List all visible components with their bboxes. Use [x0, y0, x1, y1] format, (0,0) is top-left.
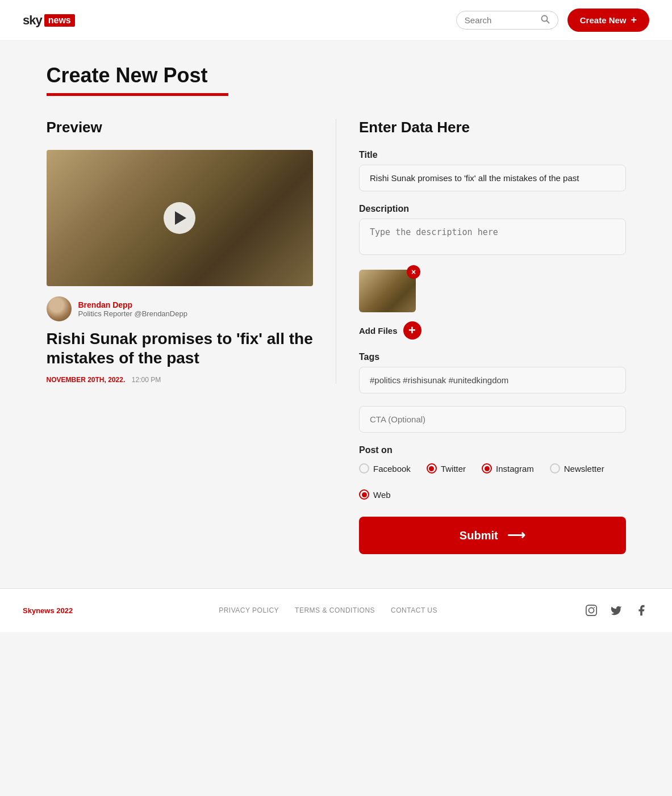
description-textarea[interactable]: [359, 219, 626, 255]
tags-input[interactable]: [359, 367, 626, 393]
cta-group: [359, 406, 626, 433]
radio-twitter[interactable]: Twitter: [427, 463, 466, 474]
post-on-label: Post on: [359, 445, 626, 455]
radio-label-facebook: Facebook: [373, 464, 411, 474]
svg-point-4: [594, 607, 595, 608]
svg-rect-2: [586, 605, 596, 615]
cta-input[interactable]: [359, 406, 626, 433]
tags-label: Tags: [359, 352, 626, 362]
tags-group: Tags: [359, 352, 626, 393]
play-icon: [175, 211, 186, 225]
footer-link-privacy[interactable]: PRIVACY POLICY: [219, 606, 279, 614]
preview-image: [47, 150, 314, 286]
title-underline: [47, 93, 228, 96]
title-input[interactable]: [359, 165, 626, 191]
preview-time-text: 12:00 PM: [132, 376, 161, 384]
preview-article-title: Rishi Sunak promises to 'fix' all the mi…: [47, 329, 314, 367]
radio-circle-twitter: [427, 463, 437, 474]
file-thumb-image: [359, 270, 416, 312]
file-thumb: ×: [359, 270, 416, 312]
columns: Preview Brendan Depp Politics Reporter @…: [47, 119, 626, 554]
author-handle: Politics Reporter @BrendanDepp: [78, 309, 187, 318]
radio-circle-instagram: [482, 463, 492, 474]
add-files-label: Add Files: [359, 326, 398, 336]
search-box[interactable]: [456, 11, 558, 30]
description-label: Description: [359, 204, 626, 214]
preview-column: Preview Brendan Depp Politics Reporter @…: [47, 119, 337, 384]
footer-links: PRIVACY POLICY TERMS & CONDITIONS CONTAC…: [219, 606, 437, 614]
create-new-plus-icon: +: [631, 14, 637, 26]
form-column: Enter Data Here Title Description × Ad: [336, 119, 626, 554]
description-group: Description: [359, 204, 626, 257]
play-button[interactable]: [164, 202, 195, 234]
svg-line-1: [546, 21, 549, 23]
submit-label: Submit: [460, 529, 498, 542]
create-new-label: Create New: [580, 15, 627, 25]
radio-label-newsletter: Newsletter: [564, 464, 604, 474]
main-content: Create New Post Preview Brendan Depp Pol…: [24, 41, 649, 588]
radio-instagram[interactable]: Instagram: [482, 463, 534, 474]
create-new-button[interactable]: Create New +: [567, 9, 649, 32]
remove-file-button[interactable]: ×: [407, 265, 420, 279]
avatar: [47, 296, 72, 321]
radio-circle-web: [359, 489, 369, 500]
svg-point-3: [588, 608, 594, 613]
preview-date: NOVEMBER 20TH, 2022. 12:00 PM: [47, 375, 314, 384]
preview-date-text: NOVEMBER 20TH, 2022.: [47, 376, 126, 384]
radio-label-web: Web: [373, 490, 391, 500]
footer-copyright: Skynews 2022: [23, 606, 73, 615]
submit-arrow-icon: ⟶: [507, 528, 525, 543]
title-label: Title: [359, 150, 626, 160]
author-info: Brendan Depp Politics Reporter @BrendanD…: [78, 300, 187, 318]
radio-circle-facebook: [359, 463, 369, 474]
radio-facebook[interactable]: Facebook: [359, 463, 411, 474]
post-on-group: Post on Facebook Twitter Instagram: [359, 445, 626, 500]
facebook-icon[interactable]: [633, 602, 649, 618]
author-name: Brendan Depp: [78, 300, 187, 309]
logo: sky news: [23, 13, 75, 28]
submit-button[interactable]: Submit ⟶: [359, 517, 626, 554]
add-files-row: Add Files +: [359, 321, 626, 340]
footer: Skynews 2022 PRIVACY POLICY TERMS & COND…: [0, 588, 672, 632]
radio-label-twitter: Twitter: [441, 464, 466, 474]
radio-circle-newsletter: [550, 463, 560, 474]
footer-socials: [583, 602, 649, 618]
logo-sky: sky: [23, 13, 42, 28]
add-files-button[interactable]: +: [403, 321, 421, 340]
title-group: Title: [359, 150, 626, 191]
header: sky news Create New +: [0, 0, 672, 41]
preview-section-title: Preview: [47, 119, 314, 136]
instagram-icon[interactable]: [583, 602, 599, 618]
footer-link-contact[interactable]: CONTACT US: [391, 606, 437, 614]
footer-link-terms[interactable]: TERMS & CONDITIONS: [295, 606, 375, 614]
header-right: Create New +: [456, 9, 649, 32]
form-section-title: Enter Data Here: [359, 119, 626, 136]
avatar-image: [47, 296, 72, 321]
radio-label-instagram: Instagram: [496, 464, 534, 474]
uploaded-files: ×: [359, 270, 626, 312]
search-input[interactable]: [465, 15, 536, 25]
page-title: Create New Post: [47, 64, 626, 87]
radio-web[interactable]: Web: [359, 489, 391, 500]
search-icon: [541, 15, 550, 26]
twitter-icon[interactable]: [608, 602, 624, 618]
author-row: Brendan Depp Politics Reporter @BrendanD…: [47, 296, 314, 321]
post-on-options: Facebook Twitter Instagram Newsletter: [359, 463, 626, 500]
logo-news: news: [44, 14, 75, 27]
radio-newsletter[interactable]: Newsletter: [550, 463, 604, 474]
